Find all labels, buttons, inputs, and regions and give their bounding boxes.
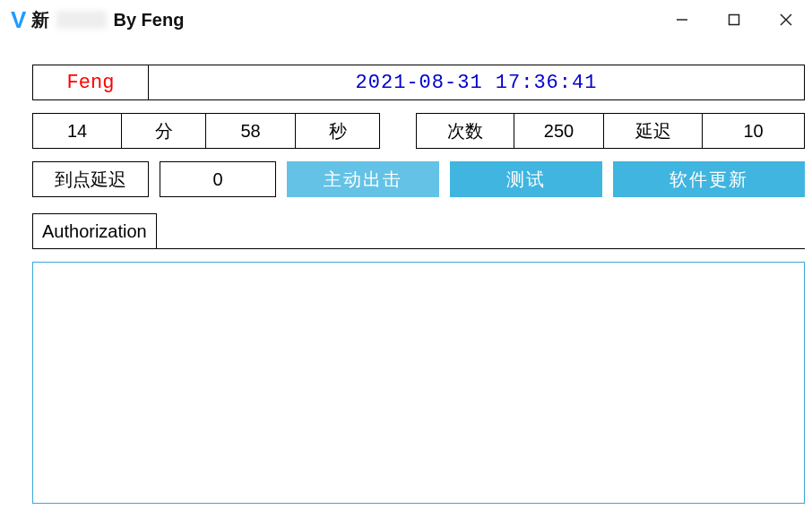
arrive-delay-label: 到点延迟 xyxy=(32,161,149,197)
author-label: Feng xyxy=(32,65,149,100)
button-row: 到点延迟 0 主动出击 测试 软件更新 xyxy=(32,161,805,197)
title-obscured xyxy=(56,11,107,29)
header-row: Feng 2021-08-31 17:36:41 xyxy=(32,65,805,100)
arrive-delay-value[interactable]: 0 xyxy=(160,161,276,197)
tab-bar-rest xyxy=(157,213,805,249)
log-area[interactable] xyxy=(32,262,805,504)
second-value[interactable]: 58 xyxy=(206,113,296,149)
close-button[interactable] xyxy=(760,0,812,39)
delay-value[interactable]: 10 xyxy=(703,113,805,149)
app-logo-icon: V xyxy=(11,6,24,34)
title-prefix: 新 xyxy=(31,10,49,30)
svg-rect-1 xyxy=(730,15,739,25)
minute-label: 分 xyxy=(122,113,206,149)
window-title: 新 By Feng xyxy=(31,8,184,32)
window-controls xyxy=(656,0,812,39)
title-suffix: By Feng xyxy=(113,10,184,30)
attack-button[interactable]: 主动出击 xyxy=(287,161,439,197)
minute-value[interactable]: 14 xyxy=(32,113,122,149)
spacer xyxy=(380,113,416,149)
test-button[interactable]: 测试 xyxy=(450,161,602,197)
second-label: 秒 xyxy=(296,113,380,149)
titlebar: V 新 By Feng xyxy=(0,0,812,39)
timer-row: 14 分 58 秒 次数 250 延迟 10 xyxy=(32,113,805,149)
maximize-button[interactable] xyxy=(708,0,760,39)
count-label: 次数 xyxy=(416,113,514,149)
update-button[interactable]: 软件更新 xyxy=(613,161,805,197)
minimize-button[interactable] xyxy=(656,0,708,39)
tab-authorization[interactable]: Authorization xyxy=(32,213,157,249)
tab-row: Authorization xyxy=(32,213,805,249)
count-value[interactable]: 250 xyxy=(514,113,604,149)
delay-label: 延迟 xyxy=(604,113,703,149)
datetime-display: 2021-08-31 17:36:41 xyxy=(149,65,805,100)
